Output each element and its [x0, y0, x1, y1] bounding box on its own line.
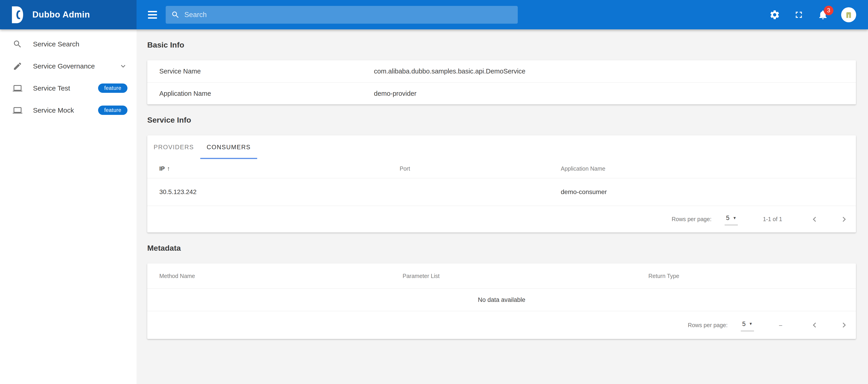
app-header: Dubbo Admin: [0, 0, 868, 29]
previous-page-button[interactable]: [809, 214, 819, 224]
metadata-card: Method Name Parameter List Return Type N…: [147, 263, 856, 339]
dropdown-caret-icon: ▼: [733, 216, 737, 220]
column-header-application-name[interactable]: Application Name: [561, 165, 844, 172]
info-label: Service Name: [159, 68, 374, 75]
sidebar-item-label: Service Test: [33, 85, 70, 92]
gear-icon: [769, 9, 780, 20]
metadata-table-header: Method Name Parameter List Return Type: [147, 263, 856, 288]
service-info-tabs: PROVIDERS CONSUMERS: [147, 135, 856, 159]
dropdown-caret-icon: ▼: [749, 322, 753, 326]
pencil-icon: [13, 61, 22, 71]
no-data-message: No data available: [147, 288, 856, 311]
cell-ip: 30.5.123.242: [159, 188, 400, 196]
rows-per-page-label: Rows per page:: [688, 322, 727, 328]
notifications-button[interactable]: 3: [817, 9, 829, 21]
toolbar: 3: [136, 0, 868, 29]
column-header-parameter-list: Parameter List: [403, 273, 648, 279]
column-header-port[interactable]: Port: [400, 165, 561, 172]
user-avatar[interactable]: [841, 7, 856, 22]
sidebar-item-label: Service Mock: [33, 106, 74, 114]
header-actions: 3: [769, 7, 856, 22]
section-title-basic-info: Basic Info: [147, 40, 856, 50]
hamburger-menu-icon: [148, 11, 157, 12]
tab-consumers[interactable]: CONSUMERS: [200, 135, 257, 159]
notification-count-badge: 3: [824, 6, 833, 15]
chevron-left-icon: [809, 320, 819, 330]
feature-badge: feature: [98, 84, 127, 93]
dubbo-admin-app: Dubbo Admin: [0, 0, 868, 384]
sidebar-item-service-governance[interactable]: Service Governance: [0, 55, 136, 77]
metadata-pagination: Rows per page: 5 ▼ –: [147, 311, 856, 339]
settings-button[interactable]: [769, 9, 781, 21]
info-row-service-name: Service Name com.alibaba.dubbo.samples.b…: [147, 60, 856, 82]
info-value: demo-provider: [374, 90, 844, 97]
rows-per-page-label: Rows per page:: [672, 216, 711, 222]
tab-providers[interactable]: PROVIDERS: [147, 135, 200, 159]
section-title-metadata: Metadata: [147, 244, 856, 253]
search-input[interactable]: [184, 10, 512, 19]
consumers-table-header: IP↑ Port Application Name: [147, 159, 856, 178]
consumers-pagination: Rows per page: 5 ▼ 1-1 of 1: [147, 206, 856, 232]
sort-ascending-icon: ↑: [167, 165, 170, 172]
info-row-application-name: Application Name demo-provider: [147, 82, 856, 104]
column-header-ip[interactable]: IP↑: [159, 165, 400, 172]
rows-per-page-select[interactable]: 5 ▼: [741, 319, 754, 331]
search-icon: [171, 10, 180, 19]
laptop-icon: [13, 105, 22, 115]
magnify-icon: [13, 39, 22, 49]
page-range-label: –: [779, 322, 782, 328]
chevron-right-icon: [839, 320, 849, 330]
column-header-return-type: Return Type: [648, 273, 844, 279]
section-title-service-info: Service Info: [147, 115, 856, 124]
previous-page-button[interactable]: [809, 320, 819, 330]
next-page-button[interactable]: [839, 320, 849, 330]
info-label: Application Name: [159, 90, 374, 97]
sidebar-item-service-search[interactable]: Service Search: [0, 33, 136, 55]
column-header-method-name: Method Name: [159, 273, 403, 279]
sidebar: Service Search Service Governance: [0, 29, 136, 384]
dubbo-logo-icon: [10, 5, 25, 24]
feature-badge: feature: [98, 105, 127, 115]
chevron-right-icon: [839, 214, 849, 224]
rows-per-page-select[interactable]: 5 ▼: [724, 213, 738, 225]
basic-info-card: Service Name com.alibaba.dubbo.samples.b…: [147, 60, 856, 104]
avatar-image: [844, 10, 854, 20]
laptop-icon: [13, 84, 22, 93]
chevron-left-icon: [809, 214, 819, 224]
sidebar-item-label: Service Governance: [33, 62, 95, 70]
consumer-table-row: 30.5.123.242 demo-consumer: [147, 178, 856, 206]
app-title: Dubbo Admin: [32, 10, 90, 20]
brand-area: Dubbo Admin: [0, 0, 136, 29]
next-page-button[interactable]: [839, 214, 849, 224]
service-info-card: PROVIDERS CONSUMERS IP↑ Port Application…: [147, 135, 856, 232]
fullscreen-icon: [794, 9, 804, 20]
sidebar-item-service-test[interactable]: Service Test feature: [0, 77, 136, 99]
sidebar-item-service-mock[interactable]: Service Mock feature: [0, 99, 136, 121]
search-box[interactable]: [166, 6, 518, 24]
sidebar-item-label: Service Search: [33, 40, 79, 48]
fullscreen-button[interactable]: [793, 9, 805, 21]
cell-application-name: demo-consumer: [561, 188, 844, 196]
page-range-label: 1-1 of 1: [763, 216, 782, 222]
main-content: Basic Info Service Name com.alibaba.dubb…: [136, 29, 868, 384]
info-value: com.alibaba.dubbo.samples.basic.api.Demo…: [374, 68, 844, 75]
hamburger-menu-button[interactable]: [148, 11, 157, 19]
chevron-down-icon: [119, 62, 127, 70]
